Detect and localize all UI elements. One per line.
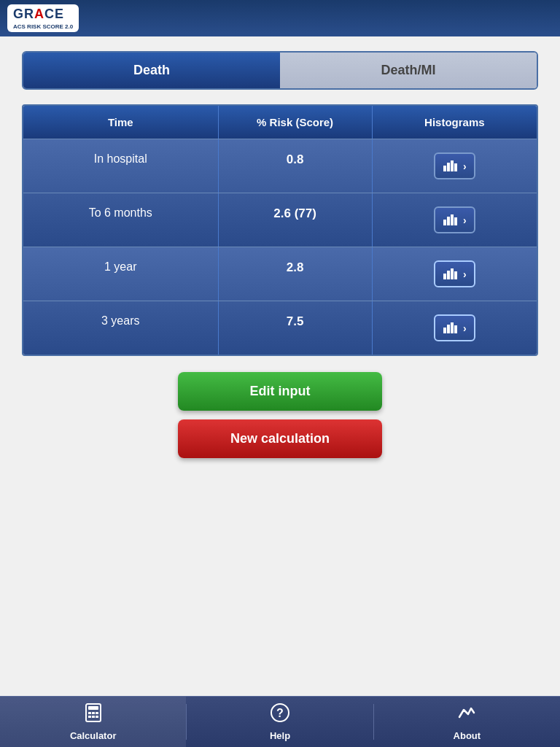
table-header: Time % Risk (Score) Histograms (23, 106, 537, 139)
svg-rect-5 (447, 217, 450, 225)
histogram-icon-1 (443, 212, 460, 228)
histogram-button-1[interactable]: › (434, 206, 475, 233)
svg-rect-17 (88, 706, 98, 710)
histogram-arrow-1: › (463, 214, 467, 226)
nav-label-about: About (454, 730, 481, 741)
svg-rect-21 (88, 716, 91, 718)
svg-rect-2 (451, 160, 454, 171)
svg-rect-20 (96, 712, 98, 714)
bottom-navigation: Calculator ? Help About (0, 696, 560, 747)
svg-rect-3 (454, 163, 457, 171)
svg-rect-6 (451, 214, 454, 225)
svg-rect-15 (454, 325, 457, 333)
main-content: Death Death/MI Time % Risk (Score) Histo… (0, 36, 560, 473)
col-header-risk: % Risk (Score) (219, 106, 373, 139)
histogram-arrow-3: › (463, 322, 467, 334)
svg-rect-0 (443, 166, 446, 171)
svg-rect-4 (443, 220, 446, 225)
svg-rect-8 (443, 274, 446, 279)
histogram-button-2[interactable]: › (434, 260, 475, 287)
row-hist-1[interactable]: › (373, 193, 537, 247)
table-row: To 6 months 2.6 (77) › (23, 193, 537, 247)
histogram-arrow-0: › (463, 160, 467, 172)
row-hist-0[interactable]: › (373, 139, 537, 193)
histogram-icon-0 (443, 158, 460, 174)
about-icon (456, 703, 477, 727)
logo-text: GRACE (13, 7, 73, 22)
tab-death-mi[interactable]: Death/MI (280, 53, 537, 88)
logo-sub: ACS RISK SCORE 2.0 (13, 23, 73, 30)
svg-rect-22 (92, 716, 95, 718)
col-header-time: Time (23, 106, 219, 139)
tab-death[interactable]: Death (23, 53, 280, 88)
svg-rect-12 (443, 328, 446, 333)
svg-rect-19 (92, 712, 95, 714)
table-row: In hospital 0.8 › (23, 139, 537, 193)
table-row: 3 years 7.5 › (23, 301, 537, 355)
svg-rect-18 (88, 712, 91, 714)
svg-rect-9 (447, 271, 450, 279)
svg-rect-1 (447, 163, 450, 171)
row-risk-3: 7.5 (219, 301, 373, 355)
row-risk-0: 0.8 (219, 139, 373, 193)
row-time-1: To 6 months (23, 193, 219, 247)
histogram-icon-2 (443, 266, 460, 282)
edit-input-button[interactable]: Edit input (178, 372, 382, 411)
col-header-hist: Histograms (373, 106, 537, 139)
svg-text:?: ? (276, 707, 284, 719)
histogram-arrow-2: › (463, 268, 467, 280)
row-hist-3[interactable]: › (373, 301, 537, 355)
results-table: Time % Risk (Score) Histograms In hospit… (22, 104, 538, 356)
row-risk-1: 2.6 (77) (219, 193, 373, 247)
row-time-0: In hospital (23, 139, 219, 193)
row-hist-2[interactable]: › (373, 247, 537, 301)
row-time-3: 3 years (23, 301, 219, 355)
nav-item-about[interactable]: About (374, 697, 560, 747)
calculator-icon (83, 703, 104, 727)
table-row: 1 year 2.8 › (23, 247, 537, 301)
nav-label-help: Help (270, 730, 290, 741)
svg-rect-7 (454, 217, 457, 225)
logo: GRACE ACS RISK SCORE 2.0 (7, 4, 79, 32)
row-time-2: 1 year (23, 247, 219, 301)
histogram-button-0[interactable]: › (434, 152, 475, 179)
new-calculation-button[interactable]: New calculation (178, 419, 382, 458)
svg-rect-10 (451, 268, 454, 279)
row-risk-2: 2.8 (219, 247, 373, 301)
tab-container: Death Death/MI (22, 51, 538, 90)
help-icon: ? (270, 703, 290, 727)
svg-rect-23 (96, 716, 98, 718)
nav-item-help[interactable]: ? Help (187, 697, 373, 747)
nav-label-calculator: Calculator (70, 730, 117, 741)
histogram-icon-3 (443, 320, 460, 336)
histogram-button-3[interactable]: › (434, 314, 475, 341)
app-header: GRACE ACS RISK SCORE 2.0 (0, 0, 560, 36)
svg-rect-13 (447, 325, 450, 333)
nav-item-calculator[interactable]: Calculator (0, 697, 186, 747)
svg-rect-11 (454, 271, 457, 279)
svg-rect-14 (451, 322, 454, 333)
